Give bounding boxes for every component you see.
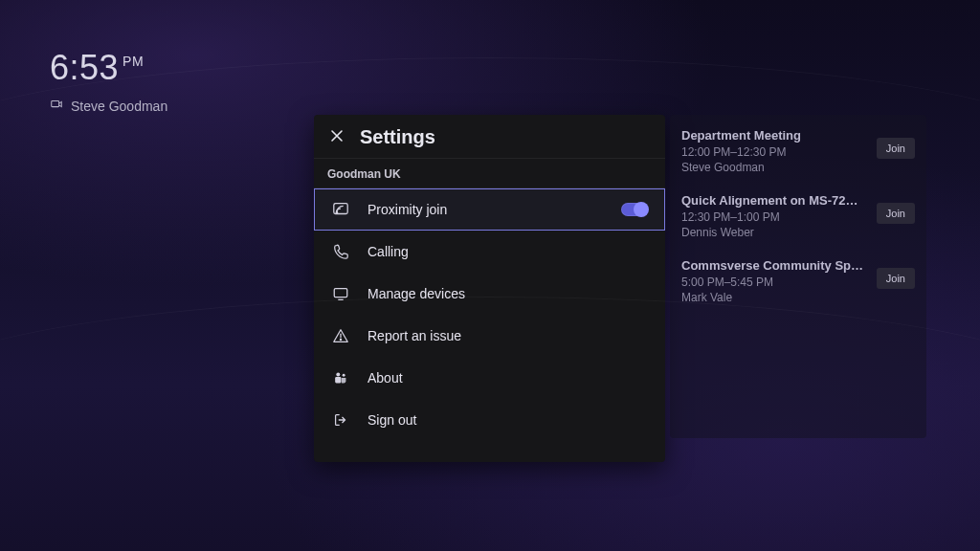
proximity-join-toggle[interactable]: [621, 203, 648, 216]
clock-block: 6:53PM Steve Goodman: [50, 48, 167, 114]
user-row: Steve Goodman: [50, 98, 167, 114]
meeting-item: Department Meeting 12:00 PM–12:30 PM Ste…: [681, 128, 915, 174]
meeting-item: Commsverse Community Speakers All H… 5:0…: [681, 258, 915, 304]
settings-item-proximity-join[interactable]: Proximity join: [314, 188, 665, 231]
settings-item-label: Proximity join: [368, 202, 604, 217]
meetings-panel: Department Meeting 12:00 PM–12:30 PM Ste…: [670, 115, 926, 438]
phone-icon: [331, 242, 350, 261]
settings-item-label: Sign out: [368, 412, 648, 428]
tenant-label: Goodman UK: [314, 159, 665, 188]
settings-item-sign-out[interactable]: Sign out: [314, 399, 665, 441]
clock: 6:53PM: [50, 48, 167, 88]
svg-rect-7: [335, 377, 341, 383]
clock-time: 6:53: [50, 48, 119, 87]
settings-item-report-issue[interactable]: Report an issue: [314, 315, 665, 357]
meeting-organizer: Dennis Weber: [681, 226, 915, 239]
room-icon: [50, 98, 63, 114]
svg-point-5: [336, 372, 340, 376]
cast-icon: [331, 200, 350, 219]
svg-point-2: [336, 211, 337, 212]
join-button[interactable]: Join: [877, 138, 915, 159]
svg-point-6: [343, 374, 345, 377]
settings-item-label: Report an issue: [368, 328, 648, 343]
svg-point-4: [340, 339, 341, 340]
join-button[interactable]: Join: [877, 268, 915, 289]
settings-item-manage-devices[interactable]: Manage devices: [314, 273, 665, 315]
meeting-organizer: Mark Vale: [681, 291, 915, 304]
meeting-organizer: Steve Goodman: [681, 161, 915, 174]
settings-item-about[interactable]: About: [314, 357, 665, 399]
close-icon: [330, 129, 344, 146]
settings-panel: Settings Goodman UK Proximity join Calli…: [314, 115, 665, 462]
svg-rect-3: [334, 289, 347, 298]
meeting-title: Quick Alignement on MS-720 Course Out…: [681, 193, 863, 208]
meeting-title: Department Meeting: [681, 128, 863, 143]
join-button[interactable]: Join: [877, 203, 915, 224]
warning-icon: [331, 326, 350, 345]
sign-out-icon: [331, 410, 350, 430]
settings-item-calling[interactable]: Calling: [314, 231, 665, 273]
user-name: Steve Goodman: [71, 99, 167, 114]
settings-header: Settings: [314, 115, 665, 159]
settings-item-label: About: [368, 370, 648, 386]
meeting-title: Commsverse Community Speakers All H…: [681, 258, 863, 273]
meeting-item: Quick Alignement on MS-720 Course Out… 1…: [681, 193, 915, 239]
settings-title: Settings: [360, 126, 435, 148]
clock-ampm: PM: [122, 54, 144, 69]
settings-item-label: Calling: [368, 244, 648, 259]
teams-icon: [331, 368, 350, 387]
svg-rect-0: [52, 101, 59, 107]
close-button[interactable]: [327, 128, 346, 147]
monitor-icon: [331, 284, 350, 303]
settings-item-label: Manage devices: [368, 286, 648, 301]
